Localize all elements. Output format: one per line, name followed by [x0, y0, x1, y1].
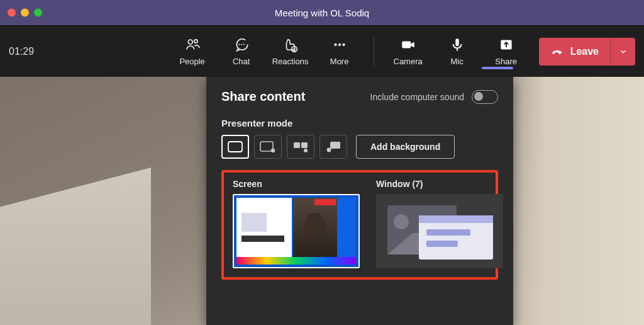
svg-point-3: [241, 43, 242, 45]
video-stage: Share content Include computer sound Pre…: [0, 77, 644, 325]
svg-point-16: [271, 149, 275, 152]
chat-button[interactable]: Chat: [223, 33, 260, 71]
reactions-icon: [282, 37, 299, 53]
share-label: Share: [495, 57, 517, 66]
camera-label: Camera: [394, 57, 423, 66]
toolbar-actions: People Chat Reactions More Camera Mi: [174, 33, 525, 71]
share-options-highlight: Screen Window (7): [221, 170, 498, 280]
svg-rect-12: [455, 38, 458, 46]
mic-button[interactable]: Mic: [438, 33, 476, 71]
reactions-button[interactable]: Reactions: [272, 33, 309, 71]
fullscreen-window-icon[interactable]: [34, 9, 42, 17]
chevron-down-icon: [619, 47, 628, 56]
chat-label: Chat: [233, 57, 250, 66]
more-label: More: [330, 57, 349, 66]
presenter-mode-label: Presenter mode: [221, 118, 498, 128]
svg-rect-20: [330, 142, 340, 149]
svg-point-2: [238, 43, 240, 45]
svg-point-10: [342, 43, 345, 46]
meeting-toolbar: 01:29 People Chat Reactions More Came: [0, 25, 644, 77]
people-label: People: [179, 57, 204, 66]
svg-point-19: [304, 149, 308, 152]
leave-button[interactable]: Leave: [539, 38, 610, 66]
toolbar-divider: [374, 37, 374, 66]
svg-rect-17: [294, 142, 300, 148]
share-button[interactable]: Share: [487, 33, 525, 71]
camera-icon: [400, 37, 416, 53]
window-title: Meeting with OL Sodiq: [275, 8, 369, 18]
share-window-thumbnail[interactable]: [376, 194, 503, 268]
call-timer: 01:29: [9, 46, 34, 57]
leave-dropdown[interactable]: [610, 38, 635, 66]
svg-point-9: [338, 43, 340, 46]
share-content-panel: Share content Include computer sound Pre…: [206, 77, 513, 325]
share-active-indicator: [482, 67, 513, 69]
svg-point-8: [334, 43, 336, 46]
presenter-mode-content-only[interactable]: [221, 135, 249, 159]
close-window-icon[interactable]: [8, 9, 16, 17]
leave-label: Leave: [570, 46, 599, 57]
add-background-button[interactable]: Add background: [356, 135, 455, 159]
svg-point-1: [194, 40, 197, 43]
more-icon: [331, 37, 348, 53]
share-window-label: Window (7): [376, 179, 503, 189]
svg-point-0: [188, 40, 192, 44]
share-panel-title: Share content: [221, 89, 305, 104]
more-button[interactable]: More: [321, 33, 358, 71]
svg-rect-14: [228, 142, 242, 152]
minimize-window-icon[interactable]: [21, 9, 29, 17]
presenter-mode-standout[interactable]: [254, 135, 282, 159]
mic-icon: [449, 37, 465, 53]
share-icon: [498, 37, 514, 53]
share-screen-thumbnail[interactable]: [233, 194, 360, 268]
window-controls: [8, 9, 42, 17]
meeting-window: Meeting with OL Sodiq 01:29 People Chat …: [0, 0, 644, 325]
svg-point-6: [292, 48, 294, 49]
titlebar: Meeting with OL Sodiq: [0, 0, 644, 25]
leave-group: Leave: [539, 38, 635, 66]
share-screen-label: Screen: [233, 179, 360, 189]
people-button[interactable]: People: [174, 33, 211, 71]
svg-rect-11: [402, 42, 411, 48]
include-sound-label: Include computer sound: [370, 92, 464, 102]
include-sound-toggle[interactable]: [472, 90, 498, 104]
chat-icon: [233, 37, 250, 53]
share-window-section: Window (7): [376, 179, 503, 268]
share-screen-section: Screen: [233, 179, 360, 268]
reactions-label: Reactions: [272, 57, 309, 66]
svg-rect-15: [260, 142, 273, 151]
svg-rect-18: [301, 142, 308, 148]
presenter-mode-reporter[interactable]: [319, 135, 347, 159]
mic-label: Mic: [451, 57, 464, 66]
presenter-mode-side-by-side[interactable]: [287, 135, 314, 159]
hangup-icon: [550, 45, 564, 59]
presenter-mode-row: Add background: [221, 135, 498, 159]
people-icon: [184, 37, 201, 53]
svg-point-7: [294, 48, 296, 49]
svg-point-4: [243, 43, 244, 45]
svg-point-21: [327, 148, 331, 152]
camera-button[interactable]: Camera: [389, 33, 427, 71]
